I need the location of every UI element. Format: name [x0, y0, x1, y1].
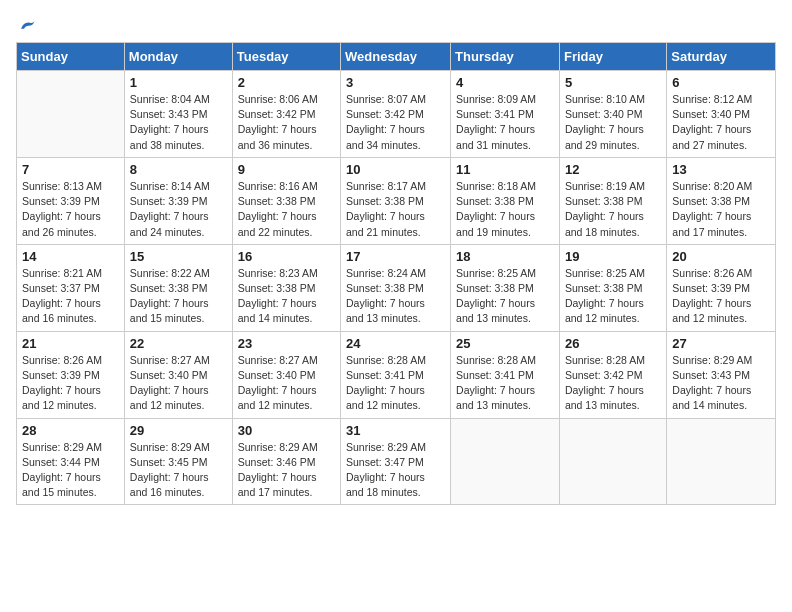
day-number: 22	[130, 336, 227, 351]
calendar-day-cell: 31Sunrise: 8:29 AM Sunset: 3:47 PM Dayli…	[341, 418, 451, 505]
calendar-day-cell: 20Sunrise: 8:26 AM Sunset: 3:39 PM Dayli…	[667, 244, 776, 331]
calendar-day-cell	[559, 418, 666, 505]
calendar-day-cell: 8Sunrise: 8:14 AM Sunset: 3:39 PM Daylig…	[124, 157, 232, 244]
day-number: 27	[672, 336, 770, 351]
day-info: Sunrise: 8:27 AM Sunset: 3:40 PM Dayligh…	[130, 353, 227, 414]
day-info: Sunrise: 8:17 AM Sunset: 3:38 PM Dayligh…	[346, 179, 445, 240]
calendar-day-cell: 28Sunrise: 8:29 AM Sunset: 3:44 PM Dayli…	[17, 418, 125, 505]
day-number: 17	[346, 249, 445, 264]
day-info: Sunrise: 8:07 AM Sunset: 3:42 PM Dayligh…	[346, 92, 445, 153]
day-info: Sunrise: 8:20 AM Sunset: 3:38 PM Dayligh…	[672, 179, 770, 240]
calendar-day-cell: 2Sunrise: 8:06 AM Sunset: 3:42 PM Daylig…	[232, 71, 340, 158]
day-number: 24	[346, 336, 445, 351]
day-number: 6	[672, 75, 770, 90]
calendar-week-row: 1Sunrise: 8:04 AM Sunset: 3:43 PM Daylig…	[17, 71, 776, 158]
day-number: 2	[238, 75, 335, 90]
day-info: Sunrise: 8:29 AM Sunset: 3:47 PM Dayligh…	[346, 440, 445, 501]
calendar-day-cell: 3Sunrise: 8:07 AM Sunset: 3:42 PM Daylig…	[341, 71, 451, 158]
day-info: Sunrise: 8:26 AM Sunset: 3:39 PM Dayligh…	[22, 353, 119, 414]
day-info: Sunrise: 8:29 AM Sunset: 3:44 PM Dayligh…	[22, 440, 119, 501]
day-number: 31	[346, 423, 445, 438]
day-number: 1	[130, 75, 227, 90]
calendar-day-cell	[17, 71, 125, 158]
calendar-day-cell: 1Sunrise: 8:04 AM Sunset: 3:43 PM Daylig…	[124, 71, 232, 158]
calendar-header-tuesday: Tuesday	[232, 43, 340, 71]
day-info: Sunrise: 8:25 AM Sunset: 3:38 PM Dayligh…	[565, 266, 661, 327]
day-number: 9	[238, 162, 335, 177]
logo	[16, 16, 36, 34]
calendar-week-row: 14Sunrise: 8:21 AM Sunset: 3:37 PM Dayli…	[17, 244, 776, 331]
calendar-day-cell: 22Sunrise: 8:27 AM Sunset: 3:40 PM Dayli…	[124, 331, 232, 418]
day-info: Sunrise: 8:27 AM Sunset: 3:40 PM Dayligh…	[238, 353, 335, 414]
day-info: Sunrise: 8:28 AM Sunset: 3:41 PM Dayligh…	[456, 353, 554, 414]
day-info: Sunrise: 8:14 AM Sunset: 3:39 PM Dayligh…	[130, 179, 227, 240]
day-number: 28	[22, 423, 119, 438]
day-info: Sunrise: 8:13 AM Sunset: 3:39 PM Dayligh…	[22, 179, 119, 240]
day-info: Sunrise: 8:24 AM Sunset: 3:38 PM Dayligh…	[346, 266, 445, 327]
calendar-day-cell: 18Sunrise: 8:25 AM Sunset: 3:38 PM Dayli…	[451, 244, 560, 331]
calendar-week-row: 7Sunrise: 8:13 AM Sunset: 3:39 PM Daylig…	[17, 157, 776, 244]
calendar-header-friday: Friday	[559, 43, 666, 71]
calendar-day-cell: 9Sunrise: 8:16 AM Sunset: 3:38 PM Daylig…	[232, 157, 340, 244]
day-info: Sunrise: 8:29 AM Sunset: 3:46 PM Dayligh…	[238, 440, 335, 501]
day-info: Sunrise: 8:18 AM Sunset: 3:38 PM Dayligh…	[456, 179, 554, 240]
day-number: 12	[565, 162, 661, 177]
day-number: 7	[22, 162, 119, 177]
calendar-day-cell: 26Sunrise: 8:28 AM Sunset: 3:42 PM Dayli…	[559, 331, 666, 418]
calendar-header-wednesday: Wednesday	[341, 43, 451, 71]
logo-bird-icon	[18, 16, 36, 34]
day-info: Sunrise: 8:26 AM Sunset: 3:39 PM Dayligh…	[672, 266, 770, 327]
day-info: Sunrise: 8:29 AM Sunset: 3:43 PM Dayligh…	[672, 353, 770, 414]
day-number: 4	[456, 75, 554, 90]
day-number: 5	[565, 75, 661, 90]
calendar-day-cell: 13Sunrise: 8:20 AM Sunset: 3:38 PM Dayli…	[667, 157, 776, 244]
day-number: 23	[238, 336, 335, 351]
day-number: 26	[565, 336, 661, 351]
day-info: Sunrise: 8:04 AM Sunset: 3:43 PM Dayligh…	[130, 92, 227, 153]
day-info: Sunrise: 8:29 AM Sunset: 3:45 PM Dayligh…	[130, 440, 227, 501]
day-info: Sunrise: 8:10 AM Sunset: 3:40 PM Dayligh…	[565, 92, 661, 153]
day-info: Sunrise: 8:23 AM Sunset: 3:38 PM Dayligh…	[238, 266, 335, 327]
day-number: 19	[565, 249, 661, 264]
calendar-week-row: 28Sunrise: 8:29 AM Sunset: 3:44 PM Dayli…	[17, 418, 776, 505]
day-number: 25	[456, 336, 554, 351]
day-number: 21	[22, 336, 119, 351]
day-info: Sunrise: 8:25 AM Sunset: 3:38 PM Dayligh…	[456, 266, 554, 327]
calendar-day-cell	[667, 418, 776, 505]
calendar-day-cell: 23Sunrise: 8:27 AM Sunset: 3:40 PM Dayli…	[232, 331, 340, 418]
calendar-day-cell: 10Sunrise: 8:17 AM Sunset: 3:38 PM Dayli…	[341, 157, 451, 244]
calendar-day-cell: 24Sunrise: 8:28 AM Sunset: 3:41 PM Dayli…	[341, 331, 451, 418]
day-info: Sunrise: 8:06 AM Sunset: 3:42 PM Dayligh…	[238, 92, 335, 153]
day-info: Sunrise: 8:22 AM Sunset: 3:38 PM Dayligh…	[130, 266, 227, 327]
day-info: Sunrise: 8:09 AM Sunset: 3:41 PM Dayligh…	[456, 92, 554, 153]
calendar-header-row: SundayMondayTuesdayWednesdayThursdayFrid…	[17, 43, 776, 71]
day-number: 13	[672, 162, 770, 177]
calendar-table: SundayMondayTuesdayWednesdayThursdayFrid…	[16, 42, 776, 505]
calendar-day-cell: 7Sunrise: 8:13 AM Sunset: 3:39 PM Daylig…	[17, 157, 125, 244]
day-number: 11	[456, 162, 554, 177]
calendar-day-cell: 6Sunrise: 8:12 AM Sunset: 3:40 PM Daylig…	[667, 71, 776, 158]
day-info: Sunrise: 8:28 AM Sunset: 3:41 PM Dayligh…	[346, 353, 445, 414]
day-info: Sunrise: 8:21 AM Sunset: 3:37 PM Dayligh…	[22, 266, 119, 327]
calendar-day-cell: 30Sunrise: 8:29 AM Sunset: 3:46 PM Dayli…	[232, 418, 340, 505]
calendar-header-sunday: Sunday	[17, 43, 125, 71]
calendar-day-cell	[451, 418, 560, 505]
calendar-day-cell: 14Sunrise: 8:21 AM Sunset: 3:37 PM Dayli…	[17, 244, 125, 331]
calendar-day-cell: 21Sunrise: 8:26 AM Sunset: 3:39 PM Dayli…	[17, 331, 125, 418]
page-header	[16, 16, 776, 34]
calendar-day-cell: 12Sunrise: 8:19 AM Sunset: 3:38 PM Dayli…	[559, 157, 666, 244]
calendar-day-cell: 5Sunrise: 8:10 AM Sunset: 3:40 PM Daylig…	[559, 71, 666, 158]
calendar-day-cell: 16Sunrise: 8:23 AM Sunset: 3:38 PM Dayli…	[232, 244, 340, 331]
calendar-day-cell: 4Sunrise: 8:09 AM Sunset: 3:41 PM Daylig…	[451, 71, 560, 158]
calendar-day-cell: 11Sunrise: 8:18 AM Sunset: 3:38 PM Dayli…	[451, 157, 560, 244]
day-number: 3	[346, 75, 445, 90]
day-info: Sunrise: 8:19 AM Sunset: 3:38 PM Dayligh…	[565, 179, 661, 240]
day-number: 15	[130, 249, 227, 264]
day-number: 14	[22, 249, 119, 264]
calendar-header-monday: Monday	[124, 43, 232, 71]
calendar-header-thursday: Thursday	[451, 43, 560, 71]
day-number: 20	[672, 249, 770, 264]
day-number: 16	[238, 249, 335, 264]
day-info: Sunrise: 8:16 AM Sunset: 3:38 PM Dayligh…	[238, 179, 335, 240]
calendar-day-cell: 17Sunrise: 8:24 AM Sunset: 3:38 PM Dayli…	[341, 244, 451, 331]
